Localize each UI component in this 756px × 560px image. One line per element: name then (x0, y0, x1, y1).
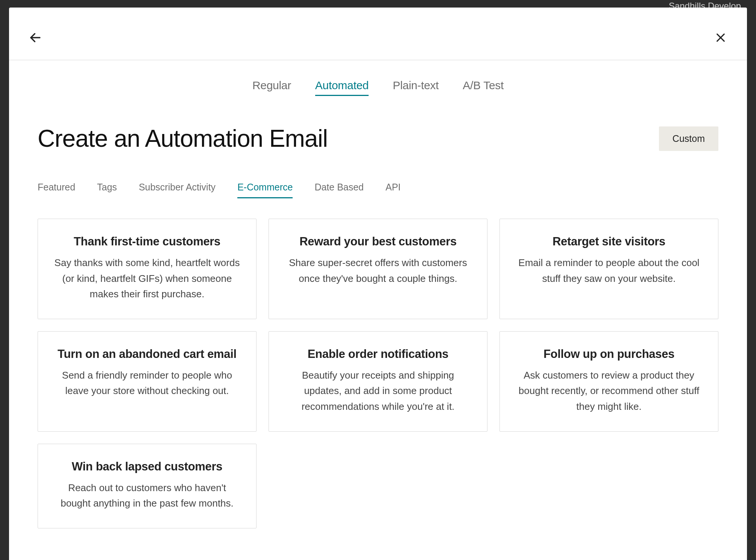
card-title: Turn on an abandoned cart email (53, 347, 241, 361)
card-abandoned-cart-email[interactable]: Turn on an abandoned cart email Send a f… (38, 331, 257, 432)
category-date-based[interactable]: Date Based (314, 182, 364, 198)
tab-plain-text[interactable]: Plain-text (393, 79, 439, 96)
page-title: Create an Automation Email (38, 125, 328, 152)
card-desc: Send a friendly reminder to people who l… (53, 368, 241, 399)
arrow-left-icon (29, 31, 42, 44)
automation-cards-grid: Thank first-time customers Say thanks wi… (38, 219, 718, 528)
card-retarget-site-visitors[interactable]: Retarget site visitors Email a reminder … (499, 219, 718, 319)
card-desc: Reach out to customers who haven't bough… (53, 480, 241, 511)
card-thank-first-time-customers[interactable]: Thank first-time customers Say thanks wi… (38, 219, 257, 319)
card-desc: Say thanks with some kind, heartfelt wor… (53, 255, 241, 302)
close-icon (715, 32, 727, 44)
custom-button[interactable]: Custom (659, 126, 718, 151)
modal-body: Regular Automated Plain-text A/B Test Cr… (9, 60, 747, 560)
card-order-notifications[interactable]: Enable order notifications Beautify your… (269, 331, 487, 432)
category-tags[interactable]: Tags (97, 182, 117, 198)
category-api[interactable]: API (386, 182, 401, 198)
category-e-commerce[interactable]: E-Commerce (237, 182, 293, 198)
category-featured[interactable]: Featured (38, 182, 75, 198)
card-desc: Beautify your receipts and shipping upda… (284, 368, 472, 415)
title-row: Create an Automation Email Custom (38, 125, 718, 152)
card-title: Retarget site visitors (515, 235, 703, 248)
card-desc: Ask customers to review a product they b… (515, 368, 703, 415)
automation-category-tabs: Featured Tags Subscriber Activity E-Comm… (38, 182, 718, 198)
card-desc: Email a reminder to people about the coo… (515, 255, 703, 286)
tab-ab-test[interactable]: A/B Test (463, 79, 504, 96)
card-title: Thank first-time customers (53, 235, 241, 248)
card-win-back-lapsed[interactable]: Win back lapsed customers Reach out to c… (38, 444, 257, 528)
card-title: Follow up on purchases (515, 347, 703, 361)
create-automation-modal: Regular Automated Plain-text A/B Test Cr… (9, 8, 747, 560)
back-button[interactable] (26, 29, 44, 47)
category-subscriber-activity[interactable]: Subscriber Activity (139, 182, 216, 198)
card-title: Enable order notifications (284, 347, 472, 361)
card-desc: Share super-secret offers with customers… (284, 255, 472, 286)
modal-header (9, 8, 747, 60)
campaign-type-tabs: Regular Automated Plain-text A/B Test (38, 60, 718, 109)
card-title: Reward your best customers (284, 235, 472, 248)
tab-automated[interactable]: Automated (315, 79, 369, 96)
card-title: Win back lapsed customers (53, 460, 241, 473)
card-follow-up-purchases[interactable]: Follow up on purchases Ask customers to … (499, 331, 718, 432)
close-button[interactable] (712, 29, 730, 47)
card-reward-best-customers[interactable]: Reward your best customers Share super-s… (269, 219, 487, 319)
tab-regular[interactable]: Regular (252, 79, 291, 96)
